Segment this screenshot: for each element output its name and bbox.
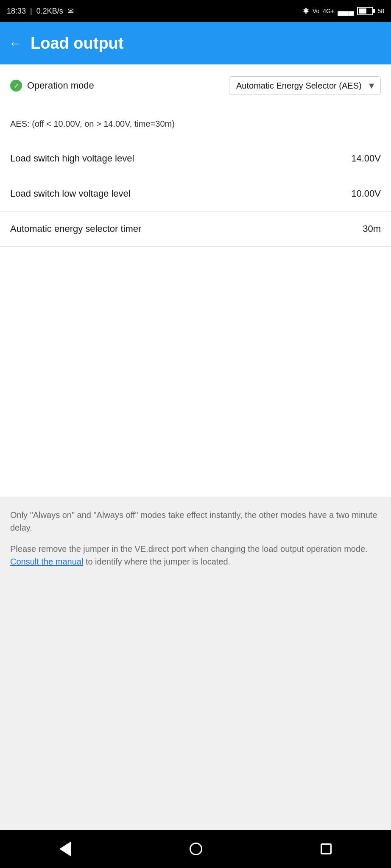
back-button[interactable]: ← — [8, 36, 22, 51]
load-switch-high-voltage-label: Load switch high voltage level — [10, 153, 134, 164]
battery-icon — [357, 7, 373, 15]
energy-selector-timer-label: Automatic energy selector timer — [10, 223, 141, 234]
operation-mode-check-icon: ✓ — [10, 80, 22, 92]
status-bar-left: 18:33 | 0.2KB/s ✉ — [7, 6, 74, 16]
time-display: 18:33 — [7, 7, 26, 16]
signal-vo-icon: Vo — [313, 8, 319, 14]
operation-mode-left: ✓ Operation mode — [10, 80, 94, 92]
load-switch-high-voltage-row[interactable]: Load switch high voltage level 14.00V — [0, 141, 391, 176]
info-text-jumper: Please remove the jumper in the VE.direc… — [10, 542, 381, 568]
bluetooth-icon: ✱ — [303, 6, 309, 16]
operation-mode-label: Operation mode — [27, 80, 94, 91]
nav-home-icon — [190, 843, 202, 855]
operation-mode-row: ✓ Operation mode Automatic Energy Select… — [0, 64, 391, 107]
app-bar: ← Load output — [0, 22, 391, 64]
consult-manual-link[interactable]: Consult the manual — [10, 557, 83, 566]
energy-selector-timer-row[interactable]: Automatic energy selector timer 30m — [0, 211, 391, 247]
energy-selector-timer-value: 30m — [363, 223, 381, 234]
nav-back-button[interactable] — [55, 837, 75, 861]
content-area: ✓ Operation mode Automatic Energy Select… — [0, 64, 391, 497]
battery-level: 58 — [377, 8, 384, 14]
network-4g-icon: 4G+ — [323, 8, 334, 14]
operation-mode-dropdown-wrapper[interactable]: Automatic Energy Selector (AES) Always o… — [229, 76, 381, 95]
status-bar: 18:33 | 0.2KB/s ✉ ✱ Vo 4G+ ▄▄▄ 58 — [0, 0, 391, 22]
info-text-delay: Only "Always on" and "Always off" modes … — [10, 509, 381, 534]
status-bar-right: ✱ Vo 4G+ ▄▄▄ 58 — [303, 6, 384, 16]
nav-home-button[interactable] — [185, 838, 207, 860]
info-section: Only "Always on" and "Always off" modes … — [0, 497, 391, 830]
data-speed-value: 0.2KB/s — [36, 7, 63, 16]
info-text-2-after-link: to identify where the jumper is located. — [83, 557, 230, 566]
info-text-2-before-link: Please remove the jumper in the VE.direc… — [10, 544, 368, 554]
nav-recents-button[interactable] — [316, 839, 336, 859]
operation-mode-select[interactable]: Automatic Energy Selector (AES) Always o… — [229, 76, 381, 95]
page-title: Load output — [31, 34, 123, 53]
nav-back-icon — [59, 841, 71, 857]
load-switch-low-voltage-value: 10.00V — [351, 188, 381, 199]
load-switch-low-voltage-label: Load switch low voltage level — [10, 188, 131, 199]
nav-recents-icon — [321, 843, 332, 854]
aes-info-text: AES: (off < 10.00V, on > 14.00V, time=30… — [10, 119, 175, 128]
load-switch-high-voltage-value: 14.00V — [351, 153, 381, 164]
signal-bars-icon: ▄▄▄ — [338, 7, 354, 16]
data-speed: | — [30, 7, 32, 16]
load-switch-low-voltage-row[interactable]: Load switch low voltage level 10.00V — [0, 176, 391, 211]
back-arrow-icon: ← — [8, 36, 22, 51]
nav-bar — [0, 830, 391, 868]
aes-info-row: AES: (off < 10.00V, on > 14.00V, time=30… — [0, 107, 391, 141]
email-icon: ✉ — [67, 6, 74, 16]
